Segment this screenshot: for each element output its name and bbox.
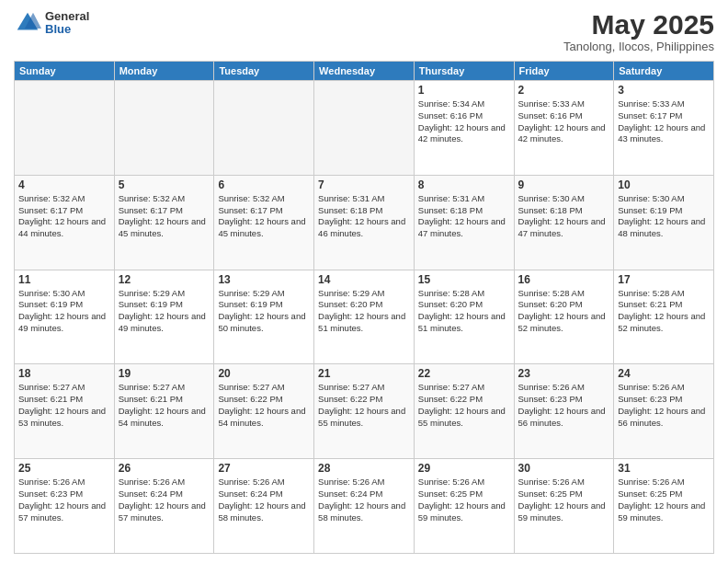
day-info: Sunrise: 5:29 AMSunset: 6:19 PMDaylight:… [119, 288, 210, 335]
day-cell: 25Sunrise: 5:26 AMSunset: 6:23 PMDayligh… [15, 459, 115, 554]
weekday-header-friday: Friday [514, 62, 614, 81]
day-number: 14 [318, 273, 410, 286]
week-row-3: 11Sunrise: 5:30 AMSunset: 6:19 PMDayligh… [15, 270, 714, 364]
week-row-2: 4Sunrise: 5:32 AMSunset: 6:17 PMDaylight… [15, 175, 714, 270]
day-number: 1 [418, 84, 510, 97]
day-cell: 17Sunrise: 5:28 AMSunset: 6:21 PMDayligh… [614, 270, 714, 364]
logo-general: General [45, 10, 89, 23]
day-info: Sunrise: 5:26 AMSunset: 6:23 PMDaylight:… [518, 382, 610, 429]
day-info: Sunrise: 5:30 AMSunset: 6:18 PMDaylight:… [518, 193, 610, 240]
day-cell: 24Sunrise: 5:26 AMSunset: 6:23 PMDayligh… [614, 364, 714, 459]
day-number: 3 [618, 84, 710, 97]
day-info: Sunrise: 5:27 AMSunset: 6:21 PMDaylight:… [18, 382, 110, 429]
weekday-header-sunday: Sunday [15, 62, 115, 81]
weekday-header-tuesday: Tuesday [214, 62, 314, 81]
day-cell [114, 81, 214, 176]
day-number: 17 [618, 273, 710, 286]
day-info: Sunrise: 5:26 AMSunset: 6:24 PMDaylight:… [119, 477, 210, 523]
logo-blue: Blue [45, 23, 89, 36]
weekday-header-thursday: Thursday [414, 62, 514, 81]
calendar-table: SundayMondayTuesdayWednesdayThursdayFrid… [14, 61, 714, 554]
weekday-header-wednesday: Wednesday [314, 62, 415, 81]
day-info: Sunrise: 5:27 AMSunset: 6:22 PMDaylight:… [218, 382, 310, 429]
day-cell: 1Sunrise: 5:34 AMSunset: 6:16 PMDaylight… [414, 81, 514, 176]
day-info: Sunrise: 5:27 AMSunset: 6:22 PMDaylight:… [418, 382, 510, 429]
week-row-4: 18Sunrise: 5:27 AMSunset: 6:21 PMDayligh… [15, 364, 714, 459]
week-row-5: 25Sunrise: 5:26 AMSunset: 6:23 PMDayligh… [15, 459, 714, 554]
day-number: 16 [518, 273, 610, 286]
day-cell: 21Sunrise: 5:27 AMSunset: 6:22 PMDayligh… [314, 364, 415, 459]
day-cell: 22Sunrise: 5:27 AMSunset: 6:22 PMDayligh… [414, 364, 514, 459]
day-number: 31 [618, 462, 710, 475]
day-info: Sunrise: 5:26 AMSunset: 6:23 PMDaylight:… [18, 477, 110, 523]
day-cell: 26Sunrise: 5:26 AMSunset: 6:24 PMDayligh… [114, 459, 214, 554]
header: General Blue May 2025 Tanolong, Ilocos, … [14, 9, 714, 53]
day-cell: 18Sunrise: 5:27 AMSunset: 6:21 PMDayligh… [15, 364, 115, 459]
day-cell: 20Sunrise: 5:27 AMSunset: 6:22 PMDayligh… [214, 364, 314, 459]
day-cell: 6Sunrise: 5:32 AMSunset: 6:17 PMDaylight… [214, 175, 314, 270]
day-cell: 31Sunrise: 5:26 AMSunset: 6:25 PMDayligh… [614, 459, 714, 554]
location: Tanolong, Ilocos, Philippines [563, 40, 714, 53]
day-number: 29 [418, 462, 510, 475]
day-cell [314, 81, 415, 176]
day-cell: 10Sunrise: 5:30 AMSunset: 6:19 PMDayligh… [614, 175, 714, 270]
day-cell: 14Sunrise: 5:29 AMSunset: 6:20 PMDayligh… [314, 270, 415, 364]
day-number: 11 [18, 273, 110, 286]
day-info: Sunrise: 5:27 AMSunset: 6:22 PMDaylight:… [318, 382, 410, 429]
day-number: 24 [618, 367, 710, 380]
day-number: 8 [418, 178, 510, 191]
day-info: Sunrise: 5:29 AMSunset: 6:19 PMDaylight:… [218, 288, 310, 335]
day-cell: 7Sunrise: 5:31 AMSunset: 6:18 PMDaylight… [314, 175, 415, 270]
day-cell: 13Sunrise: 5:29 AMSunset: 6:19 PMDayligh… [214, 270, 314, 364]
day-number: 9 [518, 178, 610, 191]
day-number: 10 [618, 178, 710, 191]
day-cell [15, 81, 115, 176]
calendar-container: General Blue May 2025 Tanolong, Ilocos, … [0, 0, 728, 563]
day-info: Sunrise: 5:33 AMSunset: 6:16 PMDaylight:… [518, 98, 610, 145]
day-number: 2 [518, 84, 610, 97]
day-info: Sunrise: 5:26 AMSunset: 6:25 PMDaylight:… [518, 477, 610, 523]
day-cell: 11Sunrise: 5:30 AMSunset: 6:19 PMDayligh… [15, 270, 115, 364]
day-info: Sunrise: 5:30 AMSunset: 6:19 PMDaylight:… [18, 288, 110, 335]
month-title: May 2025 [563, 9, 714, 40]
day-cell: 2Sunrise: 5:33 AMSunset: 6:16 PMDaylight… [514, 81, 614, 176]
logo: General Blue [14, 9, 89, 37]
day-cell: 23Sunrise: 5:26 AMSunset: 6:23 PMDayligh… [514, 364, 614, 459]
day-number: 6 [218, 178, 310, 191]
day-cell [214, 81, 314, 176]
day-number: 26 [119, 462, 210, 475]
day-cell: 12Sunrise: 5:29 AMSunset: 6:19 PMDayligh… [114, 270, 214, 364]
day-cell: 8Sunrise: 5:31 AMSunset: 6:18 PMDaylight… [414, 175, 514, 270]
day-cell: 16Sunrise: 5:28 AMSunset: 6:20 PMDayligh… [514, 270, 614, 364]
day-cell: 5Sunrise: 5:32 AMSunset: 6:17 PMDaylight… [114, 175, 214, 270]
day-number: 30 [518, 462, 610, 475]
day-number: 22 [418, 367, 510, 380]
day-info: Sunrise: 5:30 AMSunset: 6:19 PMDaylight:… [618, 193, 710, 240]
weekday-header-saturday: Saturday [614, 62, 714, 81]
day-info: Sunrise: 5:33 AMSunset: 6:17 PMDaylight:… [618, 98, 710, 145]
title-area: May 2025 Tanolong, Ilocos, Philippines [563, 9, 714, 53]
day-info: Sunrise: 5:26 AMSunset: 6:23 PMDaylight:… [618, 382, 710, 429]
day-info: Sunrise: 5:28 AMSunset: 6:20 PMDaylight:… [418, 288, 510, 335]
day-number: 20 [218, 367, 310, 380]
day-cell: 29Sunrise: 5:26 AMSunset: 6:25 PMDayligh… [414, 459, 514, 554]
day-cell: 15Sunrise: 5:28 AMSunset: 6:20 PMDayligh… [414, 270, 514, 364]
day-number: 13 [218, 273, 310, 286]
day-info: Sunrise: 5:31 AMSunset: 6:18 PMDaylight:… [418, 193, 510, 240]
day-cell: 4Sunrise: 5:32 AMSunset: 6:17 PMDaylight… [15, 175, 115, 270]
day-info: Sunrise: 5:32 AMSunset: 6:17 PMDaylight:… [119, 193, 210, 240]
day-number: 18 [18, 367, 110, 380]
day-info: Sunrise: 5:28 AMSunset: 6:20 PMDaylight:… [518, 288, 610, 335]
logo-text: General Blue [45, 10, 89, 37]
day-info: Sunrise: 5:26 AMSunset: 6:25 PMDaylight:… [418, 477, 510, 523]
day-number: 5 [119, 178, 210, 191]
day-number: 15 [418, 273, 510, 286]
day-info: Sunrise: 5:27 AMSunset: 6:21 PMDaylight:… [119, 382, 210, 429]
day-info: Sunrise: 5:31 AMSunset: 6:18 PMDaylight:… [318, 193, 410, 240]
logo-icon [14, 9, 41, 37]
day-number: 19 [119, 367, 210, 380]
week-row-1: 1Sunrise: 5:34 AMSunset: 6:16 PMDaylight… [15, 81, 714, 176]
day-cell: 30Sunrise: 5:26 AMSunset: 6:25 PMDayligh… [514, 459, 614, 554]
day-number: 4 [18, 178, 110, 191]
day-number: 12 [119, 273, 210, 286]
